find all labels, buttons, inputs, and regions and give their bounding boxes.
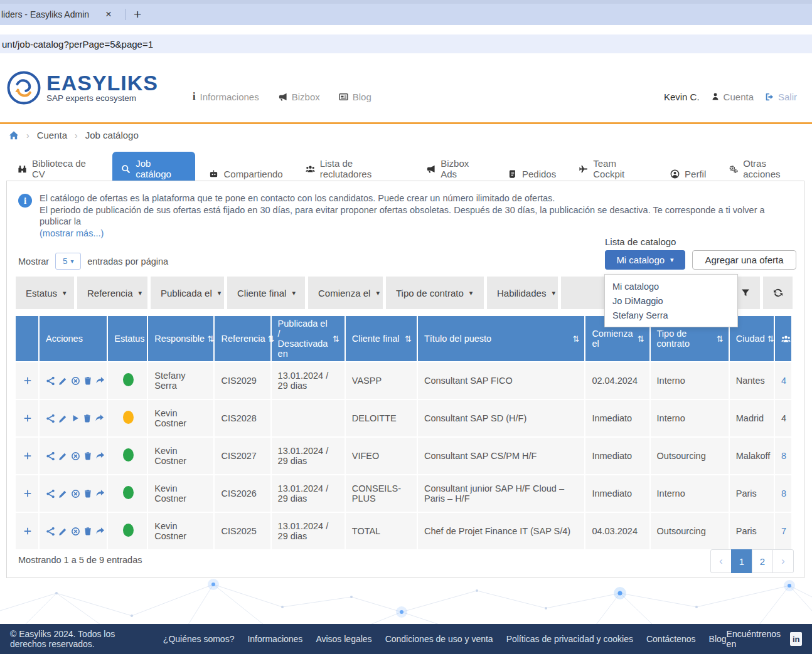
account-link[interactable]: Cuenta	[711, 92, 754, 102]
megaphone-icon	[426, 164, 435, 174]
edit-action-icon[interactable]	[58, 489, 68, 498]
footer-link[interactable]: ¿Quiénes somos?	[163, 634, 235, 644]
expand-row-button[interactable]	[22, 376, 33, 385]
nav-item-informaciones[interactable]: iInformaciones	[193, 91, 259, 102]
footer-link[interactable]: Condiciones de uso y venta	[385, 634, 493, 644]
share-action-icon[interactable]	[46, 451, 55, 461]
sort-icon[interactable]: ⇅	[572, 334, 579, 344]
footer-link[interactable]: Blog	[709, 634, 727, 644]
footer-link[interactable]: Informaciones	[247, 634, 302, 644]
search-icon	[121, 164, 131, 174]
disable-action-icon[interactable]	[71, 451, 80, 461]
column-header-referencia[interactable]: Referencia⇅	[215, 316, 271, 362]
show-more-link[interactable]: (mostrar más...)	[40, 228, 793, 240]
column-label: Publicada el / Desactivada en	[278, 319, 330, 359]
linkedin-icon[interactable]: in	[790, 632, 802, 646]
account-label: Cuenta	[724, 92, 754, 102]
expand-row-button[interactable]	[22, 527, 33, 535]
disable-action-icon[interactable]	[71, 527, 80, 536]
delete-action-icon[interactable]	[83, 451, 92, 460]
home-icon[interactable]	[9, 130, 19, 140]
tab-close-icon[interactable]: ×	[105, 8, 112, 21]
play-action-icon[interactable]	[71, 414, 80, 423]
add-offer-button[interactable]: Agregar una oferta	[692, 250, 796, 270]
footer-link[interactable]: Políticas de privacidad y cookies	[506, 634, 633, 644]
sort-icon[interactable]: ⇅	[333, 334, 339, 344]
new-tab-button[interactable]: +	[134, 7, 141, 22]
column-header-actions-plus	[16, 316, 40, 362]
sort-icon[interactable]: ⇅	[717, 334, 724, 344]
forward-action-icon[interactable]	[95, 489, 105, 498]
forward-action-icon[interactable]	[95, 414, 104, 423]
footer-link[interactable]: Avisos legales	[316, 634, 371, 644]
expand-row-button[interactable]	[22, 414, 33, 423]
disable-action-icon[interactable]	[71, 489, 80, 498]
browser-tab[interactable]: liders - Easyliks Admin ×	[0, 4, 118, 25]
edit-action-icon[interactable]	[58, 451, 68, 461]
nav-item-blog[interactable]: Blog	[339, 92, 371, 102]
expand-row-button[interactable]	[22, 489, 33, 498]
filter-habilidades[interactable]: Habilidades▾	[487, 277, 558, 309]
forward-action-icon[interactable]	[95, 451, 105, 461]
edit-action-icon[interactable]	[58, 414, 68, 423]
edit-action-icon[interactable]	[58, 376, 68, 386]
column-header-publicada-el-desactivada-en[interactable]: Publicada el / Desactivada en⇅	[272, 316, 346, 362]
show-label: Mostrar	[18, 256, 49, 266]
catalog-menu-item[interactable]: Stefany Serra	[605, 308, 737, 322]
forward-action-icon[interactable]	[95, 376, 105, 386]
share-action-icon[interactable]	[46, 376, 55, 386]
browser-url-bar[interactable]: unt/job-catalog?perPage=5&page=1	[0, 34, 812, 53]
share-action-icon[interactable]	[46, 527, 55, 536]
disable-action-icon[interactable]	[71, 376, 80, 386]
delete-action-icon[interactable]	[83, 376, 92, 385]
sort-icon[interactable]: ⇅	[268, 334, 275, 344]
catalog-menu-item[interactable]: Jo DiMaggio	[605, 293, 737, 308]
cell-reference: CIS2027	[215, 438, 271, 475]
column-header-t-tulo-del-puesto[interactable]: Título del puesto⇅	[418, 316, 585, 362]
forward-action-icon[interactable]	[95, 527, 105, 536]
share-action-icon[interactable]	[46, 489, 55, 498]
robot-icon	[209, 169, 218, 179]
candidates-count[interactable]: 8	[781, 488, 786, 498]
refresh-button[interactable]	[763, 277, 793, 309]
sort-icon[interactable]: ⇅	[767, 334, 774, 344]
info-box: i El catálogo de ofertas es la plataform…	[18, 193, 793, 239]
logo[interactable]: EASYLIKS SAP experts ecosystem	[6, 70, 158, 105]
cell-published: 13.01.2024 / 29 dias	[272, 475, 346, 513]
pagination-next[interactable]: ›	[772, 549, 794, 573]
catalog-menu-item[interactable]: Mi catalogo	[605, 279, 737, 293]
filter-label: Comienza el	[318, 288, 370, 298]
column-header-responsible[interactable]: Responsible⇅	[148, 316, 215, 362]
expand-row-button[interactable]	[22, 451, 33, 460]
filter-publicada-el[interactable]: Publicada el▾	[151, 277, 224, 309]
delete-action-icon[interactable]	[83, 527, 92, 535]
logout-link[interactable]: Salir	[765, 92, 797, 102]
pagination-prev[interactable]: ‹	[710, 549, 732, 573]
share-action-icon[interactable]	[46, 414, 55, 423]
sort-icon[interactable]: ⇅	[638, 334, 644, 344]
candidates-count[interactable]: 7	[781, 526, 786, 536]
pagination-page-1[interactable]: 1	[731, 549, 752, 573]
filter-cliente-final[interactable]: Cliente final▾	[227, 277, 305, 309]
breadcrumb-item-cuenta[interactable]: Cuenta	[37, 130, 67, 140]
filter-comienza-el[interactable]: Comienza el▾	[308, 277, 383, 309]
column-header-cliente-final[interactable]: Cliente final⇅	[346, 316, 418, 362]
sort-icon[interactable]: ⇅	[207, 334, 214, 344]
cell-contract-type: Outsourcing	[651, 438, 730, 475]
cell-responsible: Kevin Costner	[148, 513, 215, 551]
sort-icon[interactable]: ⇅	[405, 334, 412, 344]
edit-action-icon[interactable]	[58, 527, 68, 536]
candidates-count[interactable]: 8	[781, 451, 786, 461]
pagination-page-2[interactable]: 2	[752, 549, 773, 573]
filter-referencia[interactable]: Referencia▾	[77, 277, 147, 309]
nav-item-bizbox[interactable]: Bizbox	[278, 92, 320, 102]
delete-action-icon[interactable]	[83, 489, 92, 498]
per-page-select[interactable]: 5 ▾	[55, 253, 81, 270]
filter-estatus[interactable]: Estatus▾	[16, 277, 74, 309]
filter-tipo-de-contrato[interactable]: Tipo de contrato▾	[386, 277, 484, 309]
delete-action-icon[interactable]	[83, 414, 92, 423]
candidates-count[interactable]: 4	[781, 376, 786, 386]
footer: © Easyliks 2024. Todos los derechos rese…	[0, 624, 812, 654]
catalog-dropdown-button[interactable]: Mi catalogo ▾	[605, 250, 685, 270]
footer-link[interactable]: Contáctenos	[646, 634, 696, 644]
